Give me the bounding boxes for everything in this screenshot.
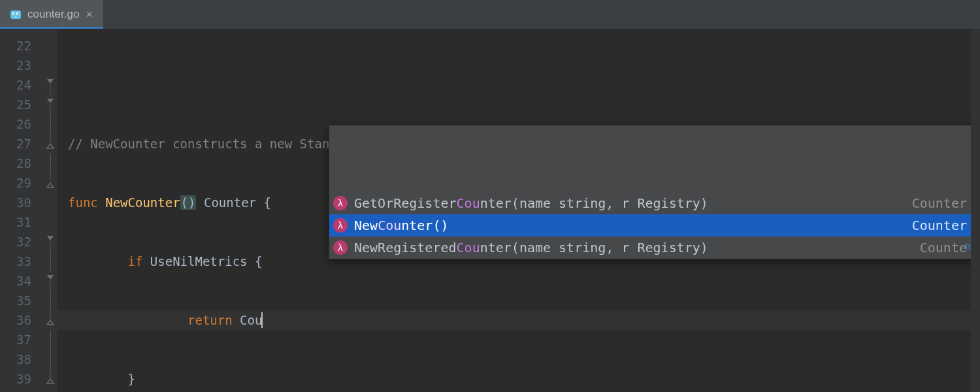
completion-return-type: Counte: [920, 237, 967, 259]
fold-cell[interactable]: [43, 369, 57, 389]
fold-cell: [43, 36, 57, 56]
fold-cell[interactable]: [43, 310, 57, 330]
tab-counter-go[interactable]: counter.go ×: [0, 0, 103, 29]
scrollbar[interactable]: [971, 29, 980, 392]
line-number: 28: [0, 154, 43, 173]
code-line: }: [57, 369, 980, 389]
fold-cell: [43, 56, 57, 75]
line-number: 34: [0, 271, 43, 291]
line-number: 39: [0, 369, 43, 389]
fold-cell: [43, 114, 57, 134]
line-number-gutter: 222324252627282930313233343536373839: [0, 29, 43, 392]
fold-toggle-icon[interactable]: [46, 232, 54, 252]
svg-rect-0: [10, 10, 21, 19]
fold-toggle-icon[interactable]: [46, 75, 54, 95]
lambda-icon: λ: [333, 218, 348, 233]
completion-signature: NewRegisteredCounter(name string, r Regi…: [354, 237, 909, 259]
fold-cell[interactable]: [43, 75, 57, 95]
fold-toggle-icon[interactable]: [46, 95, 54, 114]
fold-cell[interactable]: [43, 271, 57, 291]
fold-cell: [43, 330, 57, 350]
svg-point-3: [14, 13, 15, 14]
fold-cell: [43, 212, 57, 232]
fold-column: [43, 29, 57, 392]
fold-cell: [43, 193, 57, 212]
fold-cell[interactable]: [43, 134, 57, 154]
fold-end-icon[interactable]: [46, 173, 54, 193]
line-number: 33: [0, 252, 43, 271]
go-file-icon: [9, 8, 22, 21]
line-number: 30: [0, 193, 43, 212]
code-line: [57, 75, 980, 95]
line-number: 25: [0, 95, 43, 114]
line-number: 29: [0, 173, 43, 193]
line-number: 26: [0, 114, 43, 134]
tab-filename: counter.go: [27, 8, 79, 21]
autocomplete-item[interactable]: λNewCounter()Counter: [329, 214, 975, 237]
line-number: 24: [0, 75, 43, 95]
lambda-icon: λ: [333, 240, 348, 255]
completion-signature: GetOrRegisterCounter(name string, r Regi…: [354, 192, 902, 214]
line-number: 22: [0, 36, 43, 56]
line-number: 31: [0, 212, 43, 232]
line-number: 37: [0, 330, 43, 350]
autocomplete-item[interactable]: λGetOrRegisterCounter(name string, r Reg…: [329, 192, 975, 214]
line-number: 38: [0, 350, 43, 369]
editor: 222324252627282930313233343536373839 // …: [0, 29, 980, 392]
svg-point-4: [18, 13, 19, 14]
fold-end-icon[interactable]: [46, 310, 54, 330]
autocomplete-item[interactable]: λNewRegisteredCounter(name string, r Reg…: [329, 237, 975, 259]
line-number: 36: [0, 310, 43, 330]
pi-icon[interactable]: π: [965, 235, 971, 257]
fold-cell[interactable]: [43, 232, 57, 252]
tab-close-icon[interactable]: ×: [84, 8, 94, 20]
line-number: 27: [0, 134, 43, 154]
fold-end-icon[interactable]: [46, 134, 54, 154]
code-line-active: return Cou: [57, 310, 980, 330]
fold-cell: [43, 291, 57, 310]
line-number: 23: [0, 56, 43, 75]
fold-cell: [43, 350, 57, 369]
completion-signature: NewCounter(): [354, 214, 902, 237]
code-area[interactable]: // NewCounter constructs a new StandardC…: [57, 29, 980, 392]
fold-cell[interactable]: [43, 95, 57, 114]
fold-cell: [43, 154, 57, 173]
completion-return-type: Counter: [912, 214, 967, 237]
completion-return-type: Counter: [912, 192, 967, 214]
line-number: 32: [0, 232, 43, 252]
fold-cell: [43, 252, 57, 271]
tab-bar: counter.go ×: [0, 0, 980, 29]
autocomplete-popup: λGetOrRegisterCounter(name string, r Reg…: [329, 125, 975, 259]
line-number: 35: [0, 291, 43, 310]
text-caret: [261, 312, 263, 328]
svg-point-5: [15, 16, 17, 18]
fold-toggle-icon[interactable]: [46, 271, 54, 291]
lambda-icon: λ: [333, 196, 348, 210]
fold-cell[interactable]: [43, 173, 57, 193]
fold-end-icon[interactable]: [46, 369, 54, 389]
